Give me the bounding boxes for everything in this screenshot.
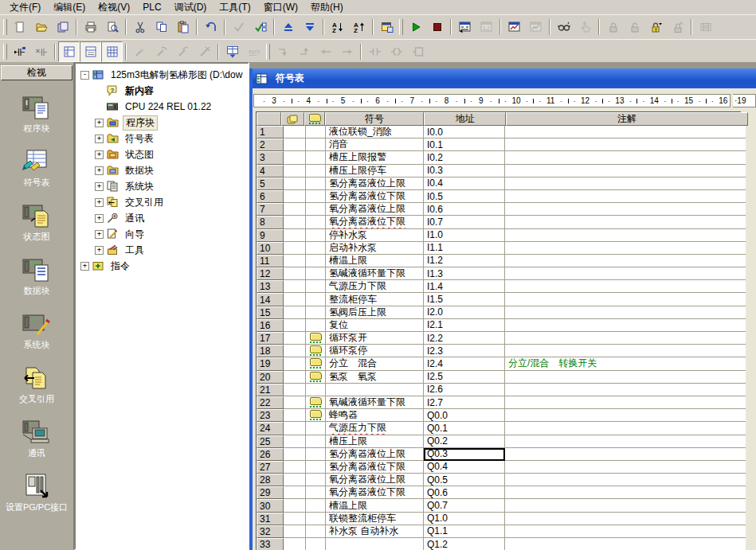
symbol-cell[interactable]: 循环泵停 (326, 345, 424, 357)
tree-item-wizard[interactable]: +向导 (76, 226, 248, 242)
address-cell[interactable]: I1.3 (424, 267, 505, 280)
contact-button[interactable] (364, 41, 386, 62)
row-number[interactable]: 21 (257, 384, 284, 396)
symbol-cell[interactable]: 槽压上限报警 (326, 151, 424, 164)
draw-tool-3-button[interactable] (172, 41, 194, 62)
symbol-cell[interactable]: 槽温上限 (326, 255, 424, 267)
row-number[interactable]: 5 (257, 177, 284, 190)
flag-col-1-cell[interactable] (284, 538, 306, 550)
comment-cell[interactable] (505, 435, 746, 448)
new-button[interactable] (9, 17, 30, 37)
address-cell[interactable]: I0.4 (424, 177, 505, 190)
row-number[interactable]: 30 (257, 499, 284, 512)
flag-col-1-cell[interactable] (284, 357, 306, 370)
menu-item-help[interactable]: 帮助(H) (304, 0, 350, 15)
row-number[interactable]: 8 (257, 216, 284, 228)
flag-col-2-cell[interactable] (306, 242, 326, 255)
address-cell[interactable]: Q1.0 (424, 513, 505, 525)
address-cell[interactable]: I2.1 (424, 319, 505, 332)
comment-cell[interactable] (505, 461, 746, 474)
compile-all-button[interactable] (249, 17, 271, 37)
comment-cell[interactable] (505, 345, 746, 357)
row-number[interactable]: 20 (257, 371, 284, 384)
comment-header[interactable]: 注解 (506, 112, 748, 126)
sym-addressing-button[interactable]: sym (243, 41, 264, 62)
symbol-cell[interactable]: 启动补水泵 (326, 242, 424, 255)
flag-col-2-cell[interactable] (306, 306, 326, 319)
flag-col-1-cell[interactable] (284, 396, 306, 409)
flag-col-2-cell[interactable] (306, 332, 326, 345)
row-number[interactable]: 12 (257, 267, 284, 280)
undo-button[interactable] (200, 17, 221, 37)
nav-item-communications[interactable]: 通讯 (0, 419, 73, 459)
address-cell[interactable]: I1.4 (424, 280, 505, 293)
row-number[interactable]: 23 (257, 409, 284, 422)
flag-col-2-cell[interactable] (306, 165, 326, 177)
run-button[interactable] (405, 17, 426, 37)
comment-cell[interactable] (505, 409, 746, 422)
menu-item-edit[interactable]: 编辑(E) (47, 0, 92, 15)
flag-col-2-cell[interactable] (306, 293, 326, 306)
comment-cell[interactable] (505, 486, 746, 499)
cut-button[interactable] (129, 17, 151, 37)
symbol-cell[interactable]: 消音 (326, 138, 424, 151)
flag-col-1-cell[interactable] (284, 280, 306, 293)
upload-button[interactable] (277, 17, 299, 37)
tree-expander[interactable]: + (95, 135, 104, 143)
comment-cell[interactable] (505, 474, 746, 486)
tree-item-tools[interactable]: +工具 (76, 242, 248, 258)
toolbar-grip[interactable] (266, 44, 270, 60)
row-number[interactable]: 31 (257, 513, 284, 525)
flag-col-1-cell[interactable] (284, 461, 306, 474)
flag-col-2-cell[interactable] (306, 461, 326, 474)
flag-col-2-cell[interactable] (306, 525, 326, 538)
address-cell[interactable]: I2.7 (424, 396, 505, 409)
address-cell[interactable]: Q0.6 (424, 486, 505, 499)
tree-expander[interactable]: + (95, 150, 104, 159)
nav-item-status-chart[interactable]: 状态图 (0, 202, 73, 243)
address-cell[interactable]: I1.0 (424, 229, 505, 242)
tree-expander[interactable]: + (95, 198, 104, 207)
row-number[interactable]: 9 (257, 229, 284, 242)
tree-expander[interactable]: + (95, 246, 104, 255)
flag-col-2-cell[interactable] (306, 513, 326, 525)
flag-col-2-cell[interactable] (306, 216, 326, 228)
wire-up-button[interactable] (293, 41, 315, 62)
comment-cell[interactable] (505, 126, 746, 138)
comment-cell[interactable] (505, 203, 746, 216)
flag-col-2-cell[interactable] (306, 435, 326, 448)
flag-col-2-cell[interactable] (306, 345, 326, 357)
flag-col-2-cell[interactable] (306, 138, 326, 151)
comment-cell[interactable] (505, 538, 746, 550)
copy-button[interactable] (151, 17, 172, 37)
row-number[interactable]: 27 (257, 461, 284, 474)
flag-col-2-cell[interactable] (306, 384, 326, 396)
flag-col-2-cell[interactable] (306, 474, 326, 486)
flag-col-1-cell[interactable] (284, 513, 306, 525)
address-cell[interactable]: I0.3 (424, 165, 505, 177)
symbol-cell[interactable]: 补水泵 自动补水 (326, 525, 424, 538)
row-number[interactable]: 29 (257, 486, 284, 499)
tree-item-symbol-table[interactable]: +符号表 (76, 131, 248, 146)
row-number[interactable]: 16 (257, 319, 284, 332)
symbol-cell[interactable]: 复位 (326, 319, 424, 332)
row-number[interactable]: 17 (257, 332, 284, 345)
flag-col-2-cell[interactable] (306, 371, 326, 384)
flag-col-1-cell[interactable] (284, 474, 306, 486)
address-cell[interactable]: I2.5 (424, 371, 505, 384)
unlock-button[interactable] (624, 17, 645, 37)
comment-cell[interactable] (505, 293, 746, 306)
tree-expander[interactable]: + (95, 214, 104, 223)
nav-item-system-block[interactable]: 系统块 (0, 310, 73, 351)
symbol-cell[interactable]: 氧分离器液位上限 (326, 474, 424, 486)
flag-col-1-cell[interactable] (284, 293, 306, 306)
address-cell[interactable]: I2.4 (424, 357, 505, 370)
flag-col-2-cell[interactable] (306, 280, 326, 293)
address-cell[interactable]: Q0.0 (424, 409, 505, 422)
view-toggle-3-button[interactable] (101, 41, 123, 62)
tree-expander[interactable]: + (80, 262, 89, 271)
view-toggle-2-button[interactable] (80, 41, 101, 62)
tree-item-project-root[interactable]: -125m3电解制氢梯形图 (D:\dow (76, 67, 248, 83)
flag-col-2-cell[interactable] (306, 422, 326, 435)
comment-cell[interactable] (505, 216, 746, 228)
